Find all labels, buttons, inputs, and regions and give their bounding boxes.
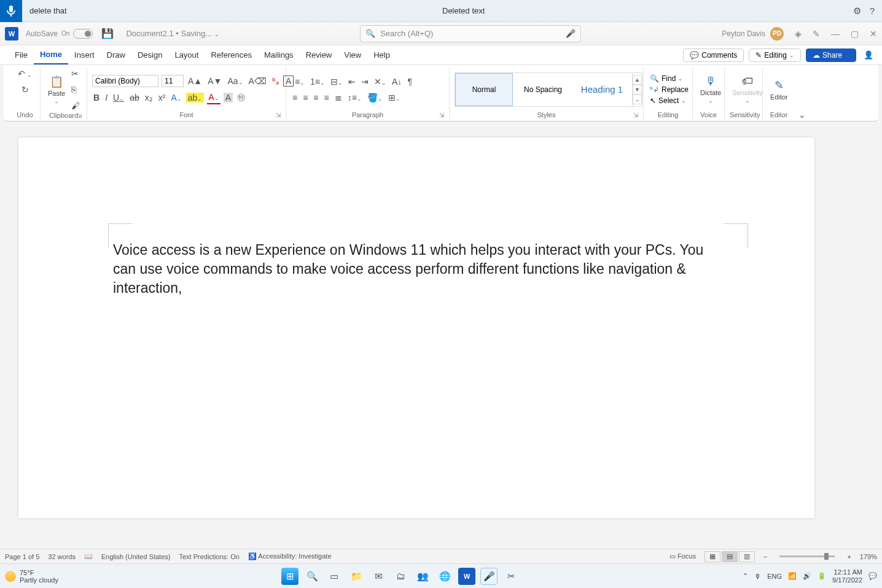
task-view-button[interactable]: ▭ bbox=[326, 568, 343, 585]
zoom-level[interactable]: 179% bbox=[860, 553, 877, 560]
styles-scroll-up[interactable]: ▲ bbox=[633, 75, 642, 85]
voice-help-icon[interactable]: ? bbox=[870, 6, 875, 17]
user-presence-icon[interactable]: 👤 bbox=[864, 50, 873, 60]
strike-button[interactable]: ab bbox=[128, 91, 141, 104]
undo-button[interactable]: ↶ ⌄ bbox=[17, 68, 34, 80]
tray-battery-icon[interactable]: 🔋 bbox=[818, 572, 826, 580]
char-shading-button[interactable]: A bbox=[224, 93, 233, 103]
view-print-layout[interactable]: ▤ bbox=[722, 551, 738, 562]
user-account[interactable]: Peyton Davis PD bbox=[722, 27, 784, 41]
status-spellcheck-icon[interactable]: 📖 bbox=[84, 552, 93, 560]
redo-button[interactable]: ↻ bbox=[20, 83, 30, 96]
increase-indent-button[interactable]: ⇥ bbox=[360, 75, 370, 88]
text-effects-button[interactable]: A⌄ bbox=[170, 91, 182, 104]
search-mic-icon[interactable]: 🎤 bbox=[566, 29, 576, 38]
replace-button[interactable]: ᵇ↲Replace bbox=[649, 85, 690, 95]
copy-button[interactable]: ⎘ bbox=[70, 83, 81, 96]
status-focus[interactable]: ▭ Focus bbox=[669, 552, 696, 560]
autosave-toggle[interactable]: AutoSave On bbox=[26, 29, 93, 39]
status-page[interactable]: Page 1 of 5 bbox=[5, 553, 39, 560]
distributed-button[interactable]: ≣ bbox=[334, 91, 343, 104]
numbering-button[interactable]: 1≡⌄ bbox=[309, 75, 326, 88]
align-center-button[interactable]: ≡ bbox=[302, 91, 309, 104]
tray-clock[interactable]: 12:11 AM 9/17/2022 bbox=[832, 568, 862, 583]
styles-launcher[interactable]: ⇲ bbox=[633, 112, 638, 118]
search-box[interactable]: 🔍 Search (Alt+Q) 🎤 bbox=[360, 25, 581, 42]
taskbar-snip[interactable]: ✂ bbox=[502, 568, 520, 585]
tab-review[interactable]: Review bbox=[300, 45, 338, 64]
taskbar-voice-access[interactable]: 🎤 bbox=[480, 568, 498, 585]
taskbar-outlook[interactable]: ✉ bbox=[370, 568, 387, 585]
font-name-input[interactable] bbox=[92, 75, 158, 87]
shrink-font-button[interactable]: A▼ bbox=[206, 75, 223, 87]
font-color-button[interactable]: A⌄ bbox=[207, 91, 220, 104]
phonetic-guide-button[interactable]: ᵇₐ bbox=[271, 75, 280, 87]
tray-language[interactable]: ENG bbox=[767, 573, 782, 580]
align-left-button[interactable]: ≡ bbox=[291, 91, 299, 104]
paragraph-launcher[interactable]: ⇲ bbox=[439, 112, 444, 118]
status-predictions[interactable]: Text Predictions: On bbox=[179, 553, 239, 560]
voice-mic-button[interactable] bbox=[0, 0, 22, 22]
tray-volume-icon[interactable]: 🔊 bbox=[803, 572, 811, 580]
status-words[interactable]: 32 words bbox=[48, 553, 76, 560]
style-no-spacing[interactable]: No Spacing bbox=[514, 73, 572, 106]
tray-wifi-icon[interactable]: 📶 bbox=[788, 572, 797, 580]
tab-insert[interactable]: Insert bbox=[68, 45, 101, 64]
line-spacing-button[interactable]: ↕≡⌄ bbox=[346, 91, 363, 104]
styles-scroll-down[interactable]: ▼ bbox=[633, 85, 642, 95]
multilevel-button[interactable]: ⊟⌄ bbox=[329, 75, 344, 88]
tab-help[interactable]: Help bbox=[367, 45, 396, 64]
pen-icon[interactable]: ✎ bbox=[813, 29, 820, 39]
taskbar-search[interactable]: 🔍 bbox=[303, 568, 321, 585]
find-button[interactable]: 🔍Find ⌄ bbox=[649, 74, 690, 83]
asian-layout-button[interactable]: ✕⌄ bbox=[373, 75, 388, 88]
maximize-button[interactable]: ▢ bbox=[851, 29, 859, 39]
italic-button[interactable]: I bbox=[104, 91, 109, 104]
minimize-button[interactable]: — bbox=[831, 29, 840, 39]
highlight-button[interactable]: ab⌄ bbox=[186, 93, 205, 103]
align-right-button[interactable]: ≡ bbox=[312, 91, 319, 104]
zoom-out-button[interactable]: − bbox=[763, 553, 767, 560]
select-button[interactable]: ↖Select ⌄ bbox=[649, 96, 690, 106]
status-language[interactable]: English (United States) bbox=[101, 553, 171, 560]
enclose-char-button[interactable]: ㊕ bbox=[236, 91, 247, 104]
paste-button[interactable]: 📋 Paste ⌄ bbox=[45, 74, 68, 106]
decrease-indent-button[interactable]: ⇤ bbox=[347, 75, 357, 88]
styles-expand[interactable]: ⌄ bbox=[633, 95, 642, 104]
zoom-in-button[interactable]: + bbox=[847, 553, 851, 560]
tab-design[interactable]: Design bbox=[131, 45, 168, 64]
close-button[interactable]: ✕ bbox=[870, 29, 877, 39]
clear-format-button[interactable]: A⌫ bbox=[248, 75, 268, 87]
grow-font-button[interactable]: A▲ bbox=[187, 75, 203, 87]
share-button[interactable]: ☁ Share ⌄ bbox=[806, 48, 856, 62]
cut-button[interactable]: ✂ bbox=[70, 68, 81, 80]
tray-expand-icon[interactable]: ⌃ bbox=[743, 572, 748, 580]
save-icon[interactable]: 💾 bbox=[101, 28, 114, 39]
taskbar-explorer[interactable]: 📁 bbox=[348, 568, 365, 585]
tray-mic-icon[interactable]: 🎙 bbox=[754, 573, 761, 580]
underline-button[interactable]: U⌄ bbox=[112, 91, 125, 104]
document-title[interactable]: Document2.1 • Saving... ⌄ bbox=[126, 29, 219, 38]
superscript-button[interactable]: x² bbox=[157, 91, 167, 104]
view-web-layout[interactable]: ▥ bbox=[739, 551, 755, 562]
tray-notifications-icon[interactable]: 💬 bbox=[868, 572, 877, 580]
font-size-input[interactable] bbox=[162, 75, 184, 87]
voice-settings-icon[interactable]: ⚙ bbox=[853, 6, 861, 17]
style-heading-1[interactable]: Heading 1 bbox=[573, 73, 631, 106]
document-page[interactable]: Voice access is a new Experience on Wind… bbox=[18, 137, 814, 518]
show-marks-button[interactable]: ¶ bbox=[406, 75, 413, 88]
format-painter-button[interactable]: 🖌 bbox=[70, 99, 81, 112]
tab-file[interactable]: File bbox=[9, 45, 34, 64]
taskbar-teams[interactable]: 👥 bbox=[414, 568, 431, 585]
shading-button[interactable]: 🪣⌄ bbox=[366, 91, 384, 104]
style-normal[interactable]: Normal bbox=[455, 73, 513, 106]
taskbar-edge[interactable]: 🌐 bbox=[436, 568, 453, 585]
tab-view[interactable]: View bbox=[338, 45, 367, 64]
tab-layout[interactable]: Layout bbox=[168, 45, 205, 64]
sort-button[interactable]: A↓ bbox=[391, 75, 403, 88]
start-button[interactable]: ⊞ bbox=[281, 568, 299, 585]
clipboard-launcher[interactable]: ⇲ bbox=[77, 112, 82, 119]
tab-draw[interactable]: Draw bbox=[101, 45, 131, 64]
font-launcher[interactable]: ⇲ bbox=[276, 112, 281, 118]
editing-mode-button[interactable]: ✎ Editing ⌄ bbox=[749, 48, 801, 62]
